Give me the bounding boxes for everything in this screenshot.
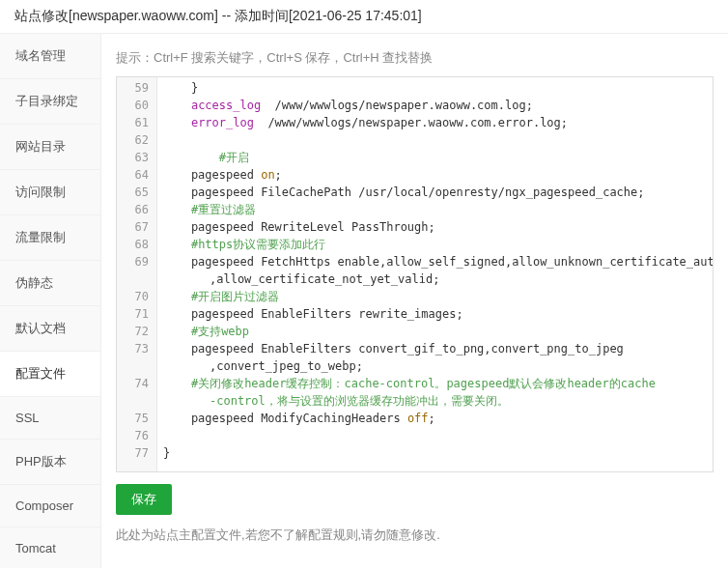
- sidebar-item[interactable]: SSL: [0, 397, 100, 440]
- sidebar: 域名管理子目录绑定网站目录访问限制流量限制伪静态默认文档配置文件SSLPHP版本…: [0, 34, 101, 568]
- content-area: 提示：Ctrl+F 搜索关键字，Ctrl+S 保存，Ctrl+H 查找替换 59…: [101, 34, 728, 568]
- code-editor[interactable]: 59606162636465666768697071727374757677 }…: [116, 76, 714, 472]
- button-row: 保存: [116, 484, 714, 515]
- sidebar-item[interactable]: Composer: [0, 485, 100, 527]
- code-body[interactable]: } access_log /www/wwwlogs/newspaper.waow…: [157, 77, 713, 471]
- save-button[interactable]: 保存: [116, 484, 172, 515]
- line-gutter: 59606162636465666768697071727374757677: [117, 77, 157, 471]
- hint-text: 提示：Ctrl+F 搜索关键字，Ctrl+S 保存，Ctrl+H 查找替换: [116, 45, 714, 76]
- sidebar-item[interactable]: Tomcat: [0, 527, 100, 568]
- sidebar-item[interactable]: PHP版本: [0, 440, 100, 485]
- sidebar-item[interactable]: 流量限制: [0, 215, 100, 261]
- page-title: 站点修改[newspaper.waoww.com] -- 添加时间[2021-0…: [0, 0, 728, 34]
- sidebar-item[interactable]: 伪静态: [0, 261, 100, 306]
- sidebar-item[interactable]: 访问限制: [0, 170, 100, 215]
- footnote-text: 此处为站点主配置文件,若您不了解配置规则,请勿随意修改.: [116, 526, 714, 544]
- sidebar-item[interactable]: 网站目录: [0, 125, 100, 170]
- sidebar-item[interactable]: 域名管理: [0, 34, 100, 79]
- sidebar-item[interactable]: 子目录绑定: [0, 79, 100, 125]
- sidebar-item[interactable]: 默认文档: [0, 306, 100, 352]
- sidebar-item[interactable]: 配置文件: [0, 352, 100, 397]
- main-container: 域名管理子目录绑定网站目录访问限制流量限制伪静态默认文档配置文件SSLPHP版本…: [0, 34, 728, 568]
